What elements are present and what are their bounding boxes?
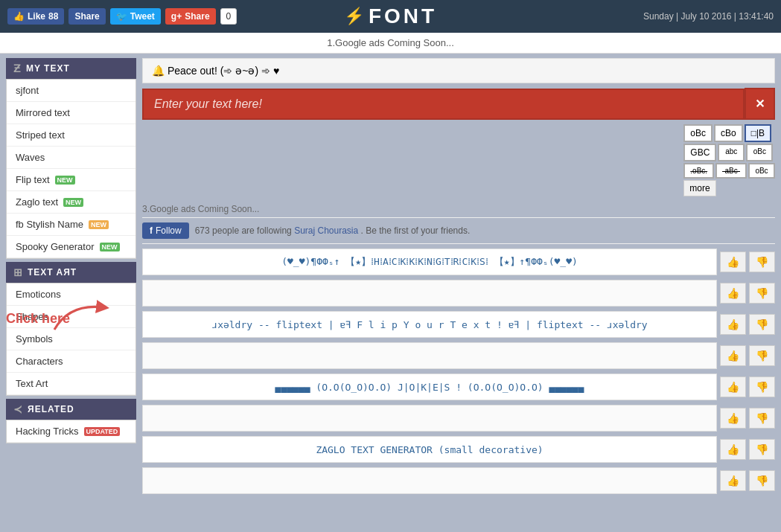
downvote-button-1[interactable]: 👎 bbox=[749, 251, 775, 272]
sidebar-item-zaglo[interactable]: Zaglo textNEW bbox=[7, 191, 136, 214]
sidebar-item-mirrored[interactable]: Mirrored text bbox=[7, 102, 136, 124]
results-container: (♥_♥)¶ФФₛ↑ 【★】⁞H⁞A⁞C⁞K⁞K⁞K⁞N⁞G⁞T⁞R⁞C⁞K⁞S… bbox=[142, 249, 775, 494]
gplus-share-button[interactable]: g+ Share bbox=[165, 8, 216, 25]
text-input[interactable] bbox=[142, 89, 745, 120]
sidebar-item-characters[interactable]: Characters bbox=[7, 350, 136, 373]
upvote-button-3[interactable]: 👍 bbox=[720, 314, 746, 335]
sidebar: Ƶ MY TEXT sjfontMirrored textStriped tex… bbox=[6, 58, 136, 443]
result-box-4[interactable] bbox=[142, 342, 717, 369]
style-abc-lower[interactable]: abc bbox=[718, 144, 745, 161]
thumbs-up-icon: 👍 bbox=[13, 11, 25, 22]
downvote-button-3[interactable]: 👎 bbox=[749, 314, 775, 335]
tweet-label: Tweet bbox=[130, 11, 155, 22]
sidebar-related-title: ЯELATED bbox=[28, 404, 74, 414]
style-obc3[interactable]: oBc bbox=[748, 163, 775, 179]
result-box-7[interactable]: ZAGLO TEXT GENERATOR (small decorative) bbox=[142, 436, 717, 463]
style-boxed[interactable]: □|B bbox=[745, 124, 771, 142]
sidebar-item-textart[interactable]: Text Art bbox=[7, 373, 136, 395]
sidebar-item-symbols[interactable]: Symbols bbox=[7, 328, 136, 350]
result-box-8[interactable] bbox=[142, 467, 717, 494]
sidebar-item-stylish[interactable]: fb Stylish NameNEW bbox=[7, 214, 136, 236]
z-icon: Ƶ bbox=[13, 63, 22, 74]
downvote-button-6[interactable]: 👎 bbox=[749, 408, 775, 429]
result-row-4: 👍👎 bbox=[142, 342, 775, 369]
sidebar-wrapper: Click here Ƶ MY TEXT sjfontMirrored text… bbox=[6, 58, 136, 499]
upvote-button-8[interactable]: 👍 bbox=[720, 470, 746, 491]
sidebar-item-waves[interactable]: Waves bbox=[7, 147, 136, 169]
facebook-icon: f bbox=[150, 225, 153, 236]
style-strike-abc[interactable]: -aBc- bbox=[715, 163, 747, 179]
top-bar: 👍 Like 88 Share 🐦 Tweet g+ Share 0 ⚡ FON… bbox=[0, 0, 781, 33]
result-box-2[interactable] bbox=[142, 280, 717, 307]
main-wrap: Click here Ƶ MY TEXT sjfontMirrored text… bbox=[0, 54, 781, 503]
content-area: 🔔 Peace out! (➾ ə~ə) ➾ ♥ ✕ oBc cBo □|B G… bbox=[142, 58, 775, 499]
sidebar-related-header: ≺ ЯELATED bbox=[6, 399, 136, 420]
ad-bar: 1.Google ads Coming Soon... bbox=[0, 33, 781, 54]
text-input-bar: ✕ bbox=[142, 88, 775, 120]
upvote-button-5[interactable]: 👍 bbox=[720, 376, 746, 397]
sidebar-item-spooky[interactable]: Spooky GeneratorNEW bbox=[7, 236, 136, 258]
bolt-icon: ⚡ bbox=[344, 7, 364, 26]
ads-row: 3.Google ads Coming Soon... bbox=[142, 201, 775, 217]
follow-button-label: Follow bbox=[156, 225, 182, 236]
downvote-button-5[interactable]: 👎 bbox=[749, 376, 775, 397]
downvote-button-8[interactable]: 👎 bbox=[749, 470, 775, 491]
share-fb-button[interactable]: Share bbox=[68, 8, 105, 25]
result-row-3: ɹxəldry -- fliptext | ɐꟻ F l i p Y o u r… bbox=[142, 311, 775, 338]
sidebar-mytext-header: Ƶ MY TEXT bbox=[6, 58, 136, 79]
sidebar-mytext-menu: sjfontMirrored textStriped textWavesFlip… bbox=[6, 79, 136, 259]
result-row-7: ZAGLO TEXT GENERATOR (small decorative)👍… bbox=[142, 436, 775, 463]
sidebar-textart-title: TEXT AЯT bbox=[28, 267, 77, 278]
gplus-share-label: Share bbox=[185, 11, 209, 22]
style-obc1[interactable]: oBc bbox=[683, 124, 713, 142]
fb-follow-button[interactable]: f Follow bbox=[142, 222, 189, 239]
result-row-6: 👍👎 bbox=[142, 405, 775, 432]
result-box-1[interactable]: (♥_♥)¶ФФₛ↑ 【★】⁞H⁞A⁞C⁞K⁞K⁞K⁞N⁞G⁞T⁞R⁞C⁞K⁞S… bbox=[142, 249, 717, 275]
logo-text: FONT bbox=[369, 4, 437, 28]
result-box-5[interactable]: ▄▄▄▄▄▄ (O.O(O_O)O.O) J|O|K|E|S ! (O.O(O_… bbox=[142, 374, 717, 400]
share-fb-label: Share bbox=[74, 11, 99, 22]
downvote-button-4[interactable]: 👎 bbox=[749, 345, 775, 366]
follow-name-link[interactable]: Suraj Chourasia bbox=[294, 225, 358, 236]
upvote-button-6[interactable]: 👍 bbox=[720, 408, 746, 429]
clear-button[interactable]: ✕ bbox=[745, 88, 775, 120]
sidebar-item-flip[interactable]: Flip textNEW bbox=[7, 169, 136, 191]
style-row: oBc cBo □|B GBC abc oBc .oBc. -aBc- oBc … bbox=[142, 124, 775, 196]
upvote-button-2[interactable]: 👍 bbox=[720, 283, 746, 304]
downvote-button-2[interactable]: 👎 bbox=[749, 283, 775, 304]
like-count: 88 bbox=[48, 11, 58, 22]
upvote-button-1[interactable]: 👍 bbox=[720, 251, 746, 272]
input-section: ✕ bbox=[142, 88, 775, 120]
result-row-8: 👍👎 bbox=[142, 467, 775, 494]
twitter-icon: 🐦 bbox=[116, 11, 127, 22]
share-icon: ≺ bbox=[13, 403, 23, 415]
follow-row: f Follow 673 people are following Suraj … bbox=[142, 217, 775, 244]
upvote-button-4[interactable]: 👍 bbox=[720, 345, 746, 366]
tweet-button[interactable]: 🐦 Tweet bbox=[110, 8, 161, 25]
gplus-count: 0 bbox=[220, 8, 238, 25]
like-label: Like bbox=[28, 11, 45, 22]
sidebar-item-shapes[interactable]: Shapes bbox=[7, 306, 136, 328]
style-cbo[interactable]: cBo bbox=[714, 124, 743, 142]
ads-text: 3.Google ads Coming Soon... bbox=[142, 204, 259, 214]
sidebar-item-emoticons[interactable]: Emoticons bbox=[7, 283, 136, 306]
style-more-button[interactable]: more bbox=[683, 180, 715, 196]
sidebar-textart-menu: EmoticonsShapesSymbolsCharactersText Art bbox=[6, 283, 136, 396]
style-dot-obc[interactable]: .oBc. bbox=[683, 163, 714, 179]
greeting-bar: 🔔 Peace out! (➾ ə~ə) ➾ ♥ bbox=[142, 58, 775, 83]
upvote-button-7[interactable]: 👍 bbox=[720, 439, 746, 460]
like-button[interactable]: 👍 Like 88 bbox=[7, 8, 64, 25]
result-box-6[interactable] bbox=[142, 405, 717, 432]
style-gbc[interactable]: GBC bbox=[683, 144, 716, 161]
sidebar-textart-header: ⊞ TEXT AЯT bbox=[6, 262, 136, 283]
greeting-text: 🔔 Peace out! (➾ ə~ə) ➾ ♥ bbox=[152, 65, 279, 77]
result-row-2: 👍👎 bbox=[142, 280, 775, 307]
sidebar-item-sjfont[interactable]: sjfont bbox=[7, 80, 136, 102]
downvote-button-7[interactable]: 👎 bbox=[749, 439, 775, 460]
result-box-3[interactable]: ɹxəldry -- fliptext | ɐꟻ F l i p Y o u r… bbox=[142, 311, 717, 338]
sidebar-related-menu: Hacking TricksUPDATED bbox=[6, 420, 136, 443]
sidebar-item-hacking[interactable]: Hacking TricksUPDATED bbox=[7, 420, 136, 443]
follow-text: 673 people are following Suraj Chourasia… bbox=[195, 225, 471, 236]
sidebar-item-striped[interactable]: Striped text bbox=[7, 124, 136, 147]
style-obc2[interactable]: oBc bbox=[746, 144, 773, 161]
